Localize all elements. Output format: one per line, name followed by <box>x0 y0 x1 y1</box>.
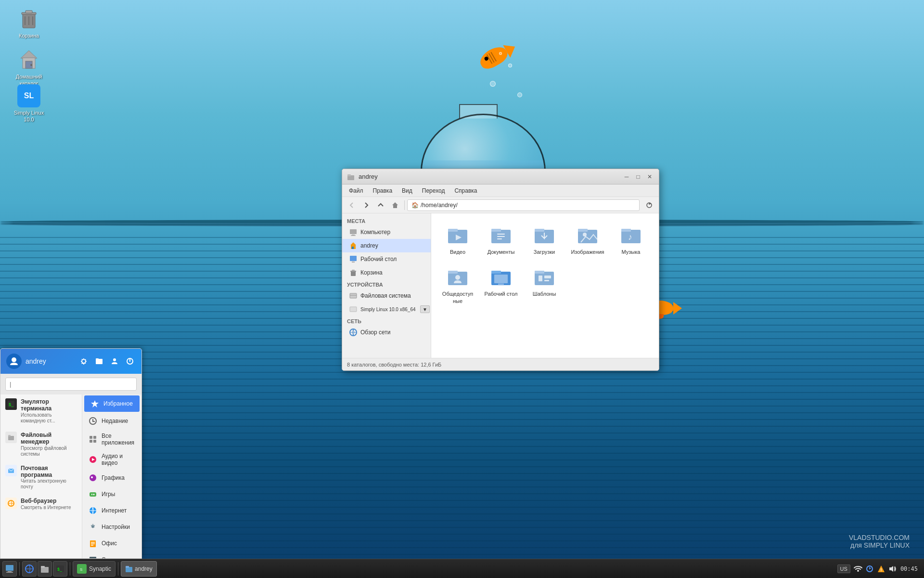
up-button[interactable] <box>374 198 387 212</box>
category-recent[interactable]: Недавние <box>82 413 141 429</box>
bubble-4 <box>499 52 502 55</box>
filesystem-icon <box>349 291 358 300</box>
sidebar-filesystem[interactable]: Файловая система <box>342 289 431 302</box>
category-office[interactable]: Офис <box>82 535 141 552</box>
category-favorites-label: Избранное <box>103 400 133 407</box>
category-games[interactable]: Игры <box>82 486 141 502</box>
sidebar-andrey[interactable]: andrey <box>342 239 431 252</box>
svg-rect-101 <box>41 566 45 568</box>
category-graphics[interactable]: Графика <box>82 470 141 486</box>
svg-rect-73 <box>497 236 505 237</box>
system-clock[interactable]: 00:45 <box>900 565 918 572</box>
menu-go[interactable]: Переход <box>417 186 450 196</box>
app-item-filemanager[interactable]: Файловый менеджер Просмотр файловой сист… <box>0 428 82 461</box>
menu-help[interactable]: Справка <box>449 186 482 196</box>
terminal-app-name: Эмулятор терминала <box>21 398 77 412</box>
sidebar-network-browse[interactable]: Обзор сети <box>342 326 431 339</box>
desktop-icon-simply[interactable]: SL Simply Linux 10.0 <box>10 82 48 126</box>
menu-view[interactable]: Вид <box>397 186 417 196</box>
app-item-terminal[interactable]: $_ Эмулятор терминала Использовать коман… <box>0 394 82 428</box>
svg-rect-95 <box>6 565 13 571</box>
back-button[interactable] <box>345 198 359 212</box>
locale-button[interactable]: US <box>837 565 850 573</box>
sidebar-computer[interactable]: Компьютер <box>342 225 431 239</box>
svg-text:$_: $_ <box>9 402 14 407</box>
sidebar-simply-linux[interactable]: Simply Linux 10.0 x86_64 ▼ <box>342 302 431 316</box>
sidebar-trash-label: Корзина <box>360 269 383 276</box>
refresh-button[interactable] <box>642 198 656 212</box>
menu-edit[interactable]: Правка <box>368 186 398 196</box>
category-internet[interactable]: Интернет <box>82 502 141 519</box>
filemanager-app-text: Файловый менеджер Просмотр файловой сист… <box>21 432 77 457</box>
taskbar-terminal-button[interactable]: $_ <box>53 561 67 577</box>
file-item-video[interactable]: Видео <box>438 221 477 258</box>
file-item-music[interactable]: ♪ Музыка <box>612 221 650 258</box>
svg-point-36 <box>93 494 95 495</box>
places-section-label: Места <box>342 216 431 225</box>
taskbar-files-button[interactable] <box>38 561 52 577</box>
file-item-images[interactable]: Изображения <box>568 221 607 258</box>
file-item-templates[interactable]: Шаблоны <box>525 263 564 307</box>
address-bar-path: /home/andrey/ <box>421 202 458 209</box>
settings-action-icon[interactable] <box>78 355 90 367</box>
svg-rect-92 <box>539 276 542 281</box>
window-maximize-button[interactable]: □ <box>633 171 643 182</box>
volume-tray-icon[interactable] <box>888 564 898 574</box>
window-close-button[interactable]: ✕ <box>644 171 655 182</box>
taskbar-andrey-item[interactable]: andrey <box>121 561 157 577</box>
browser-app-text: Веб-браузер Смотреть в Интернете <box>21 498 77 510</box>
watermark-line2: для SIMPLY LINUX <box>849 541 910 549</box>
sidebar-network-browse-label: Обзор сети <box>360 329 390 336</box>
fish-body-jumping <box>477 43 510 72</box>
category-system[interactable]: Системные <box>82 552 141 558</box>
file-item-docs[interactable]: Документы <box>482 221 520 258</box>
show-desktop-button[interactable] <box>2 561 17 577</box>
category-system-label: Системные <box>102 556 132 558</box>
taskbar-synaptic-item[interactable]: S Synaptic <box>73 561 116 577</box>
svg-rect-48 <box>347 174 351 176</box>
trash-icon <box>17 7 40 30</box>
window-minimize-button[interactable]: ─ <box>621 171 632 182</box>
fish-tail-jumping <box>503 40 519 58</box>
category-recent-label: Недавние <box>102 418 128 424</box>
app-item-browser[interactable]: Веб-браузер Смотреть в Интернете <box>0 494 82 514</box>
category-favorites[interactable]: Избранное <box>84 395 140 412</box>
taskbar-browser-button[interactable] <box>22 561 37 577</box>
app-item-mail[interactable]: Почтовая программа Читать электронную по… <box>0 461 82 494</box>
svg-rect-93 <box>544 276 551 278</box>
sidebar-desktop[interactable]: Рабочий стол <box>342 252 431 266</box>
category-all-apps[interactable]: Все приложения <box>82 429 141 449</box>
sidebar-scroll-down[interactable]: ▼ <box>420 305 430 313</box>
category-settings[interactable]: Настройки <box>82 519 141 535</box>
desktop-icon-trash[interactable]: Корзина <box>10 5 48 41</box>
file-manager-statusbar: 8 каталогов, свободно места: 12,6 ГиБ <box>342 358 659 370</box>
address-bar[interactable]: 🏠 /home/andrey/ <box>407 199 640 211</box>
files-action-icon[interactable] <box>93 355 105 367</box>
network-tray-icon[interactable] <box>853 564 863 574</box>
power-action-icon[interactable] <box>124 355 136 367</box>
favorites-cat-icon <box>90 399 100 408</box>
menu-file[interactable]: Файл <box>344 186 368 196</box>
folder-music-icon: ♪ <box>619 223 642 246</box>
svg-rect-78 <box>578 229 588 232</box>
bubble-2 <box>508 64 512 67</box>
svg-rect-2 <box>26 11 32 13</box>
sidebar-trash[interactable]: Корзина <box>342 266 431 279</box>
category-audio-video[interactable]: Аудио и видео <box>82 449 141 470</box>
taskbar-sep-1 <box>19 562 20 576</box>
file-item-desktop-folder[interactable]: Рабочий стол <box>482 263 520 307</box>
forward-button[interactable] <box>359 198 373 212</box>
start-menu-body: $_ Эмулятор терминала Использовать коман… <box>0 394 141 558</box>
home-nav-button[interactable] <box>388 198 402 212</box>
svg-text:!: ! <box>880 567 882 572</box>
warning-tray-icon[interactable]: ! <box>876 564 886 574</box>
user-action-icon[interactable] <box>109 355 120 367</box>
sidebar-computer-label: Компьютер <box>360 229 390 236</box>
file-item-downloads[interactable]: Загрузки <box>525 221 564 258</box>
file-item-public[interactable]: Общедоступные <box>438 263 477 307</box>
folder-docs-icon <box>489 223 513 246</box>
update-tray-icon[interactable] <box>865 564 874 574</box>
taskbar-right: US ! 00:45 <box>837 564 922 574</box>
svg-point-9 <box>30 64 32 66</box>
search-input[interactable] <box>5 378 137 391</box>
